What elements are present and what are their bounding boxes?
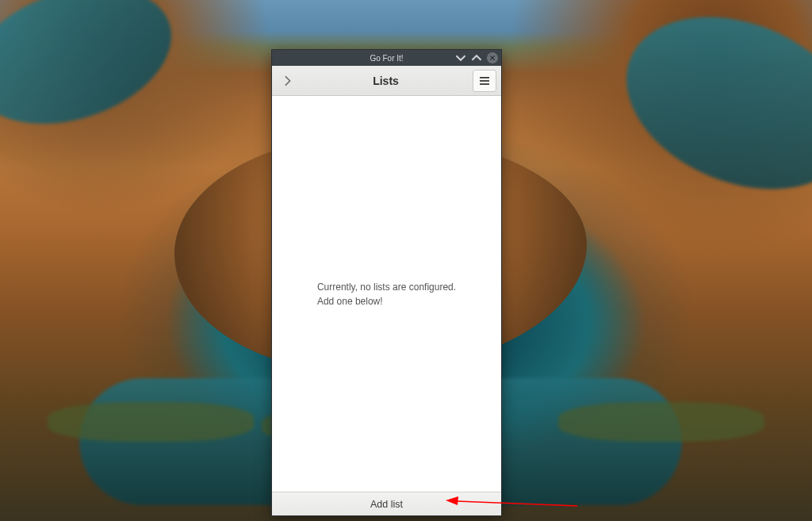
- page-title: Lists: [304, 75, 468, 87]
- desktop-wallpaper: Go For It! Lists: [0, 0, 812, 521]
- window-maximize-button[interactable]: [471, 52, 482, 63]
- hamburger-icon: [479, 76, 490, 86]
- window-minimize-button[interactable]: [455, 52, 466, 63]
- add-list-button[interactable]: Add list: [272, 492, 501, 515]
- app-window: Go For It! Lists: [271, 49, 502, 516]
- content-area: Currently, no lists are configured. Add …: [272, 96, 501, 492]
- back-button[interactable]: [277, 70, 299, 92]
- empty-state-message: Currently, no lists are configured. Add …: [317, 280, 456, 308]
- wallpaper-decor: [600, 0, 812, 221]
- window-titlebar[interactable]: Go For It!: [272, 50, 501, 66]
- window-controls: [455, 50, 498, 66]
- svg-rect-0: [480, 77, 489, 79]
- wallpaper-decor: [558, 402, 764, 442]
- svg-rect-1: [480, 80, 489, 82]
- chevron-right-icon: [282, 75, 293, 86]
- chevron-up-icon: [471, 52, 482, 63]
- window-title: Go For It!: [370, 54, 403, 63]
- header-bar: Lists: [272, 66, 501, 96]
- add-list-label: Add list: [370, 499, 403, 510]
- menu-button[interactable]: [473, 70, 496, 92]
- window-close-button[interactable]: [487, 52, 498, 63]
- wallpaper-decor: [0, 0, 189, 147]
- svg-rect-2: [480, 83, 489, 85]
- chevron-down-icon: [455, 52, 466, 63]
- empty-state-line2: Add one below!: [317, 294, 456, 308]
- close-icon: [489, 55, 496, 61]
- wallpaper-decor: [48, 402, 254, 442]
- empty-state-line1: Currently, no lists are configured.: [317, 280, 456, 294]
